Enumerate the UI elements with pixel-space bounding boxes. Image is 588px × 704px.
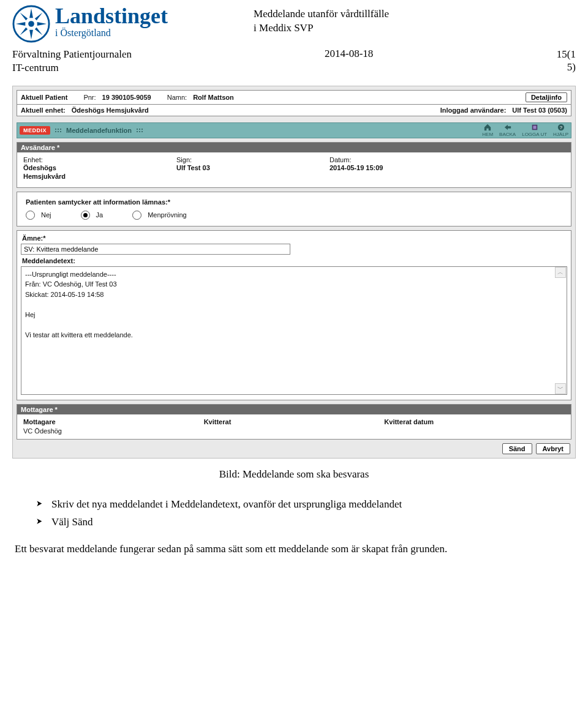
- figure-caption: Bild: Meddelande som ska besvaras: [12, 468, 576, 481]
- label-datum: Datum:: [330, 156, 565, 163]
- landstinget-logo-icon: [12, 5, 50, 43]
- grip-icon: [137, 129, 143, 132]
- logo: Landstinget i Östergötland: [12, 5, 168, 43]
- grip-icon: [55, 129, 61, 132]
- col-mottagare: Mottagare: [23, 418, 204, 425]
- radio-icon: [81, 211, 90, 220]
- doc-page-number: 15(1 5): [539, 48, 576, 74]
- message-textarea[interactable]: ---Ursprungligt meddelande---- Från: VC …: [21, 266, 567, 395]
- label-inloggad: Inloggad användare:: [440, 107, 507, 114]
- consent-label: Patienten samtycker att information lämn…: [26, 198, 562, 206]
- toolbar-home-button[interactable]: HEM: [482, 124, 493, 137]
- consent-section: Patienten samtycker att information lämn…: [17, 192, 571, 227]
- col-kvitterat-datum: Kvitterat datum: [384, 418, 565, 425]
- svg-point-1: [28, 21, 34, 27]
- detaljinfo-button[interactable]: Detaljinfo: [526, 92, 567, 102]
- value-avsandare-enhet: Ödeshögs Hemsjukvård: [23, 163, 158, 181]
- recipients-section: Mottagare * Mottagare Kvitterat Kvittera…: [17, 404, 571, 440]
- send-button[interactable]: Sänd: [502, 443, 532, 454]
- meddix-badge: MEDDIX: [20, 126, 50, 135]
- sender-section-title: Avsändare *: [17, 143, 571, 152]
- toolbar-back-button[interactable]: BACKA: [499, 124, 516, 137]
- bullet-2: Välj Sänd: [36, 514, 576, 530]
- help-icon: ?: [557, 124, 565, 131]
- label-amne: Ämne:*: [22, 234, 567, 242]
- home-icon: [483, 124, 492, 131]
- value-datum: 2014-05-19 15:09: [330, 163, 565, 172]
- document-meta: Förvaltning Patientjournalen IT-centrum …: [12, 48, 576, 75]
- logo-text-line2: i Östergötland: [55, 28, 168, 38]
- bullet-1: Skriv det nya meddelandet i Meddelandete…: [36, 496, 576, 512]
- logout-icon: [530, 124, 539, 131]
- patient-info-box: Aktuell Patient Pnr: 19 390105-9059 Namn…: [17, 90, 571, 116]
- toolbar-title: Meddelandefunktion: [66, 127, 132, 134]
- dept-line1: Förvaltning Patientjournalen: [12, 48, 172, 61]
- label-pnr: Pnr:: [83, 94, 96, 101]
- paragraph: Ett besvarat meddelande fungerar sedan p…: [15, 541, 576, 557]
- value-sign: Ulf Test 03: [176, 163, 311, 172]
- value-user: Ulf Test 03 (0503): [512, 107, 567, 114]
- instruction-text: Skriv det nya meddelandet i Meddelandete…: [12, 496, 576, 557]
- radio-nej[interactable]: Nej: [26, 211, 51, 220]
- document-header: Landstinget i Östergötland Meddelande ut…: [12, 5, 576, 43]
- value-enhet: Ödeshögs Hemsjukvård: [72, 107, 149, 114]
- svg-rect-3: [533, 126, 536, 129]
- toolbar: MEDDIX Meddelandefunktion HEM BACKA LOGG…: [17, 122, 571, 138]
- doc-title-line2: i Meddix SVP: [254, 21, 576, 36]
- logo-text-line1: Landstinget: [55, 5, 168, 27]
- scroll-up-icon[interactable]: ︿: [555, 267, 566, 278]
- toolbar-logout-button[interactable]: LOGGA UT: [522, 124, 547, 137]
- subject-input[interactable]: [21, 244, 290, 255]
- doc-title-line1: Meddelande utanför vårdtillfälle: [254, 7, 576, 21]
- label-aktuell-enhet: Aktuell enhet:: [21, 107, 66, 114]
- document-title: Meddelande utanför vårdtillfälle i Meddi…: [180, 5, 576, 36]
- svg-text:?: ?: [559, 125, 562, 130]
- label-sign: Sign:: [176, 156, 311, 163]
- col-kvitterat: Kvitterat: [204, 418, 385, 425]
- sender-section: Avsändare * Enhet: Ödeshögs Hemsjukvård …: [17, 142, 571, 188]
- radio-menprovning[interactable]: Menprövning: [132, 211, 187, 220]
- recipient-row: VC Ödeshög: [23, 427, 565, 435]
- dept-line2: IT-centrum: [12, 61, 172, 75]
- meddix-screenshot: Aktuell Patient Pnr: 19 390105-9059 Namn…: [12, 86, 576, 459]
- radio-ja[interactable]: Ja: [81, 211, 104, 220]
- back-icon: [503, 124, 512, 131]
- value-name: Rolf Mattson: [193, 94, 234, 101]
- scroll-down-icon[interactable]: ﹀: [555, 383, 566, 394]
- label-aktuell-patient: Aktuell Patient: [21, 94, 67, 101]
- recipients-section-title: Mottagare *: [17, 405, 571, 414]
- cancel-button[interactable]: Avbryt: [536, 443, 570, 454]
- label-meddelandetext: Meddelandetext:: [22, 257, 567, 264]
- label-name: Namn:: [167, 94, 187, 101]
- radio-icon: [26, 211, 35, 220]
- doc-date: 2014-08-18: [172, 48, 539, 60]
- toolbar-help-button[interactable]: ? HJÄLP: [553, 124, 568, 137]
- label-enhet: Enhet:: [23, 156, 158, 163]
- radio-icon: [132, 211, 141, 220]
- subject-section: Ämne:* Meddelandetext: ---Ursprungligt m…: [17, 230, 571, 400]
- recipient-name: VC Ödeshög: [23, 427, 204, 435]
- value-pnr: 19 390105-9059: [102, 94, 151, 101]
